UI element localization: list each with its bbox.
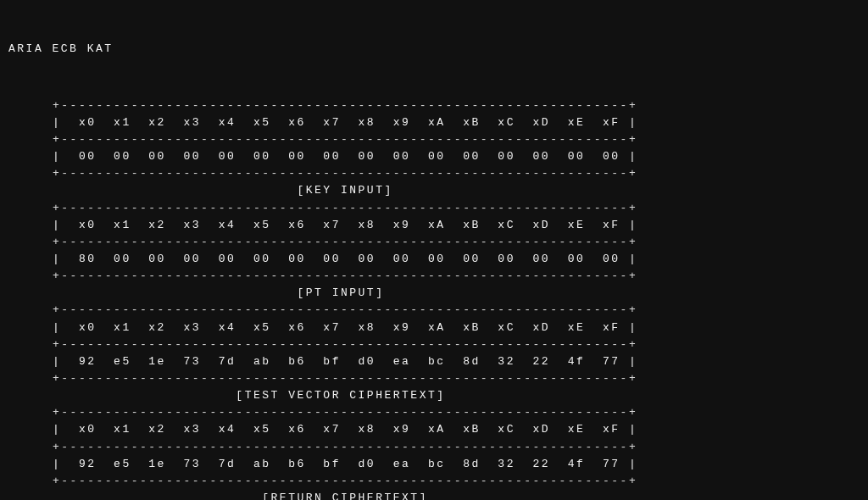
separator-line: +---------------------------------------… — [53, 475, 637, 487]
separator-line: +---------------------------------------… — [53, 99, 637, 112]
separator-line: +---------------------------------------… — [53, 338, 637, 351]
kat-output: +---------------------------------------… — [5, 97, 863, 500]
data-row: | 80 00 00 00 00 00 00 00 00 00 00 00 00… — [53, 253, 637, 265]
separator-line: +---------------------------------------… — [53, 236, 637, 248]
data-row: | x0 x1 x2 x3 x4 x5 x6 x7 x8 x9 xA xB xC… — [53, 423, 637, 436]
section-label: [TEST VECTOR CIPHERTEXT] — [53, 389, 637, 402]
data-row: | x0 x1 x2 x3 x4 x5 x6 x7 x8 x9 xA xB xC… — [53, 219, 637, 231]
section-label: [PT INPUT] — [53, 286, 637, 299]
separator-line: +---------------------------------------… — [53, 372, 637, 385]
data-row: | 92 e5 1e 73 7d ab b6 bf d0 ea bc 8d 32… — [53, 355, 637, 368]
separator-line: +---------------------------------------… — [53, 269, 637, 282]
terminal-screen: ARIA ECB KAT +--------------------------… — [0, 0, 868, 500]
data-row: | x0 x1 x2 x3 x4 x5 x6 x7 x8 x9 xA xB xC… — [53, 116, 637, 129]
separator-line: +---------------------------------------… — [53, 406, 637, 419]
data-row: | 00 00 00 00 00 00 00 00 00 00 00 00 00… — [53, 150, 637, 163]
section-label: [RETURN CIPHERTEXT] — [53, 492, 637, 500]
separator-line: +---------------------------------------… — [53, 133, 637, 146]
page-title: ARIA ECB KAT — [5, 41, 863, 58]
separator-line: +---------------------------------------… — [53, 202, 637, 214]
data-row: | 92 e5 1e 73 7d ab b6 bf d0 ea bc 8d 32… — [53, 458, 637, 470]
separator-line: +---------------------------------------… — [53, 303, 637, 316]
data-row: | x0 x1 x2 x3 x4 x5 x6 x7 x8 x9 xA xB xC… — [53, 321, 637, 334]
separator-line: +---------------------------------------… — [53, 441, 637, 453]
section-label: [KEY INPUT] — [53, 184, 637, 197]
separator-line: +---------------------------------------… — [53, 167, 637, 180]
